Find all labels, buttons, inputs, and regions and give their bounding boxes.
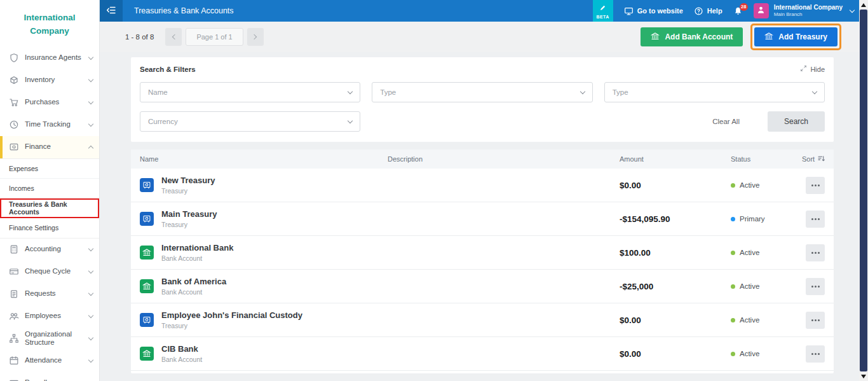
notifications-button[interactable]: 28 [733, 6, 743, 16]
treasury-icon [140, 212, 154, 226]
account-amount: -$25,000 [620, 282, 731, 291]
account-company-name: International Company [774, 4, 843, 12]
row-actions-button[interactable] [806, 177, 825, 194]
account-type-label: Treasury [161, 322, 302, 329]
status-dot [731, 251, 735, 255]
sidebar-item-accounting[interactable]: Accounting [0, 239, 99, 261]
sidebar-item-time-tracking[interactable]: Time Tracking [0, 114, 99, 136]
account-branch-name: Main Branch [774, 11, 843, 18]
currency-filter-dropdown[interactable]: Currency [140, 111, 360, 132]
column-header-name: Name [140, 155, 388, 163]
hide-icon [800, 65, 807, 73]
website-icon [624, 6, 634, 16]
name-filter-dropdown[interactable]: Name [140, 82, 360, 102]
row-actions-button[interactable] [806, 345, 825, 363]
sidebar-subitem-treasuries-bank-accounts[interactable]: Treasuries & Bank Accounts [0, 198, 99, 218]
sidebar-finance-section: Finance [0, 136, 99, 158]
table-header-row: Name Description Amount Status Sort [131, 149, 834, 169]
sidebar-nav-bottom: Accounting Cheque Cycle Requests Employe… [0, 239, 99, 381]
triangle-up-icon [861, 3, 866, 7]
triangle-down-icon [861, 375, 866, 378]
chevron-down-icon [580, 88, 585, 94]
page-title: Treasuries & Bank Accounts [134, 6, 234, 15]
calendar-icon [9, 356, 19, 366]
status-label: Active [740, 181, 759, 189]
add-treasury-button[interactable]: Add Treasury [754, 27, 837, 46]
sidebar-item-inventory[interactable]: Inventory [0, 69, 99, 92]
scrollbar[interactable] [859, 0, 868, 381]
org-icon [9, 333, 19, 343]
type-filter-dropdown-2[interactable]: Type [604, 82, 825, 102]
row-actions-button[interactable] [806, 211, 825, 228]
chevron-down-icon [88, 335, 93, 340]
bank-icon [140, 347, 154, 361]
account-amount: $0.00 [620, 315, 731, 325]
sidebar-item-attendance[interactable]: Attendance [0, 350, 99, 372]
account-name[interactable]: CIB Bank [161, 344, 202, 354]
next-page-button[interactable] [247, 28, 264, 46]
page-content: Search & Filters Hide Name Type Type [100, 52, 868, 381]
chevron-down-icon [88, 121, 93, 127]
table-row: Employee John's Financial Custody Treasu… [131, 303, 834, 337]
account-type-label: Treasury [161, 187, 215, 195]
sidebar: International Company Insurance Agents I… [0, 0, 100, 381]
filters-title: Search & Filters [140, 66, 196, 73]
account-name[interactable]: Main Treasury [161, 209, 217, 219]
sidebar-item-requests[interactable]: Requests [0, 283, 99, 305]
requests-icon [9, 289, 19, 299]
chevron-down-icon [348, 88, 353, 94]
account-status: Active [731, 249, 802, 256]
beta-icon [599, 3, 606, 14]
sidebar-item-organizational-structure[interactable]: Organizational Structure [0, 328, 99, 350]
account-name[interactable]: Bank of America [161, 277, 226, 286]
topbar-actions: BETA Go to website Help 28 Inte [593, 0, 868, 22]
sidebar-item-purchases[interactable]: Purchases [0, 92, 99, 114]
search-filters-panel: Search & Filters Hide Name Type Type [131, 57, 834, 142]
row-actions-button[interactable] [806, 244, 825, 261]
sort-control[interactable]: Sort [802, 155, 827, 164]
chevron-down-icon [88, 246, 93, 251]
prev-page-button[interactable] [165, 28, 182, 46]
type-filter-dropdown-1[interactable]: Type [372, 82, 592, 102]
sidebar-collapse-button[interactable] [100, 0, 123, 22]
bank-icon [651, 32, 660, 43]
sidebar-subitem-finance-settings[interactable]: Finance Settings [0, 218, 99, 238]
account-type-label: Bank Account [161, 288, 226, 296]
sidebar-item-payroll[interactable]: Payroll [0, 372, 99, 381]
account-name[interactable]: New Treasury [161, 176, 215, 185]
add-bank-account-button[interactable]: Add Bank Account [641, 27, 743, 46]
row-actions-button[interactable] [806, 278, 825, 295]
sidebar-item-cheque-cycle[interactable]: Cheque Cycle [0, 261, 99, 283]
table-body: New Treasury Treasury $0.00 Active Main … [131, 169, 834, 371]
help-icon [694, 6, 703, 16]
account-type-label: Bank Account [161, 254, 233, 262]
account-name[interactable]: Employee John's Financial Custody [161, 310, 302, 320]
chevron-down-icon [88, 99, 93, 104]
topbar: Treasuries & Bank Accounts BETA Go to we… [100, 0, 868, 22]
status-dot [731, 183, 735, 188]
scroll-up-button[interactable] [859, 0, 868, 10]
account-status: Active [731, 282, 802, 290]
account-amount: $100.00 [620, 248, 731, 258]
scrollbar-thumb[interactable] [860, 10, 867, 371]
table-row: CIB Bank Bank Account $0.00 Active [131, 337, 834, 371]
row-actions-button[interactable] [806, 312, 825, 329]
person-icon [756, 5, 766, 17]
go-to-website-link[interactable]: Go to website [624, 6, 683, 16]
column-header-amount: Amount [620, 155, 731, 163]
sidebar-company-name: International Company [0, 0, 99, 47]
sidebar-item-employees[interactable]: Employees [0, 305, 99, 328]
sidebar-subitem-incomes[interactable]: Incomes [0, 179, 99, 198]
scroll-down-button[interactable] [859, 371, 868, 381]
company-switcher[interactable]: International Company Main Branch [754, 3, 854, 18]
search-button[interactable]: Search [768, 111, 825, 132]
chevron-down-icon [88, 357, 93, 363]
clear-all-button[interactable]: Clear All [712, 118, 740, 125]
sidebar-item-insurance-agents[interactable]: Insurance Agents [0, 47, 99, 69]
hide-filters-button[interactable]: Hide [800, 65, 825, 73]
sidebar-item-finance[interactable]: Finance [0, 136, 99, 158]
cheque-icon [9, 267, 19, 277]
account-name[interactable]: International Bank [161, 243, 233, 253]
sidebar-subitem-expenses[interactable]: Expenses [0, 159, 99, 179]
help-link[interactable]: Help [694, 6, 722, 16]
